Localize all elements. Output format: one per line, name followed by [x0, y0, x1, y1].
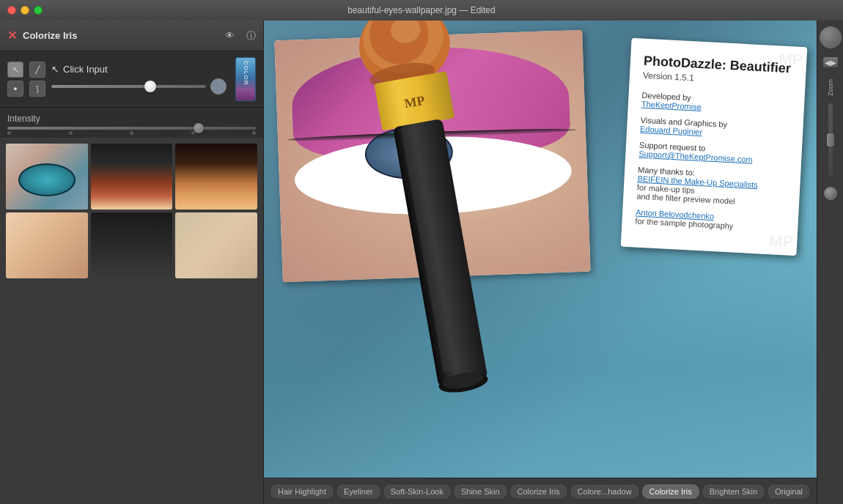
dropper-tool-button[interactable]: ⟆ [29, 81, 45, 97]
window-controls [7, 6, 43, 15]
pencil-tool-button[interactable]: ╱ [29, 62, 45, 78]
close-button[interactable] [7, 6, 16, 15]
tools-area: ↖ ● ╱ ⟆ ↖ Click Input [0, 51, 263, 108]
x-icon[interactable]: ✕ [7, 29, 17, 42]
zoom-slider[interactable] [828, 103, 833, 177]
zoom-label: Zoom [827, 79, 834, 96]
panel-title: Colorize Iris [23, 30, 77, 41]
intensity-label: Intensity [7, 114, 256, 124]
side-arrow-1[interactable]: ◀▶ [823, 57, 838, 67]
window-title: beautiful-eyes-wallpaper.jpg — Edited [347, 5, 495, 15]
click-input-thumb[interactable] [144, 81, 156, 92]
photo-collage: PhotoDazzle: Beautifier Version 1.5.1 De… [264, 21, 817, 478]
thumbnail-6[interactable] [175, 212, 257, 278]
left-panel: ✕ Colorize Iris 👁 ⓘ ↖ ● ╱ ⟆ ↖ Click Inpu… [0, 21, 264, 504]
intensity-slider[interactable] [7, 127, 256, 130]
tab-original[interactable]: Original [767, 483, 811, 500]
intensity-dot-5 [252, 131, 256, 135]
tab-shine-skin[interactable]: Shine Skin [453, 483, 508, 500]
support-section: Support request to Support@TheKeptPromis… [638, 141, 789, 166]
titlebar: beautiful-eyes-wallpaper.jpg — Edited [0, 0, 843, 21]
cursor-tool-button[interactable]: ↖ [7, 62, 23, 78]
cursor-icon-small: ↖ [51, 64, 59, 75]
main-content: PhotoDazzle: Beautifier Version 1.5.1 De… [264, 21, 817, 478]
bottom-tabs: Hair Highlight Eyeliner Soft-Skin-Look S… [264, 478, 817, 504]
intensity-dot-1 [7, 131, 11, 135]
tab-colorize-iris-2[interactable]: Colorize Iris [641, 483, 700, 500]
color-strip-label: COLOR [243, 61, 249, 85]
thumbnail-5[interactable] [91, 212, 173, 278]
minimize-button[interactable] [21, 6, 29, 15]
thumbnail-4[interactable] [6, 212, 88, 278]
right-panel: ◀▶ Zoom [817, 21, 843, 504]
about-panel: PhotoDazzle: Beautifier Version 1.5.1 De… [621, 38, 808, 256]
tab-hair-highlight[interactable]: Hair Highlight [270, 483, 334, 500]
tab-color-shadow[interactable]: Colore...hadow [570, 483, 640, 500]
tab-eyeliner[interactable]: Eyeliner [336, 483, 381, 500]
thanks-section: Many thanks to: BEIFEIN the Make-Up Spec… [636, 166, 787, 209]
info-icon[interactable]: ⓘ [246, 29, 256, 42]
intensity-section: Intensity [0, 108, 263, 138]
panel-header: ✕ Colorize Iris 👁 ⓘ [0, 21, 263, 51]
developed-by-section: Developed by TheKeptPromise [641, 91, 792, 116]
color-swatch[interactable] [210, 78, 227, 94]
tab-soft-skin-look[interactable]: Soft-Skin-Look [383, 483, 452, 500]
tab-colorize-iris-1[interactable]: Colorize Iris [509, 483, 568, 500]
thumbnail-grid [0, 138, 263, 284]
zoom-slider-thumb[interactable] [827, 133, 834, 147]
thumbnail-3[interactable] [175, 144, 257, 210]
maximize-button[interactable] [34, 6, 43, 15]
tab-brighten-skin[interactable]: Brighten Skin [702, 483, 765, 500]
brush-tool-button[interactable]: ● [7, 81, 23, 97]
click-input-section: ↖ Click Input [51, 64, 227, 94]
click-input-slider[interactable] [51, 85, 206, 88]
intensity-dot-3 [130, 131, 133, 135]
thumbnail-1[interactable] [6, 144, 88, 210]
thumbnail-2[interactable] [91, 144, 173, 210]
click-input-label-text: Click Input [63, 64, 108, 75]
side-knob[interactable] [824, 187, 837, 200]
color-strip-panel[interactable]: COLOR [235, 57, 256, 101]
intensity-dot-4 [191, 131, 195, 135]
eye-visibility-icon[interactable]: 👁 [225, 30, 235, 41]
zoom-disc [820, 26, 842, 48]
visuals-section: Visuals and Graphics by Edouard Puginier [640, 116, 790, 141]
intensity-dot-2 [69, 131, 73, 135]
photo-credit-section: Anton Belovodchenko for the sample photo… [635, 208, 785, 234]
